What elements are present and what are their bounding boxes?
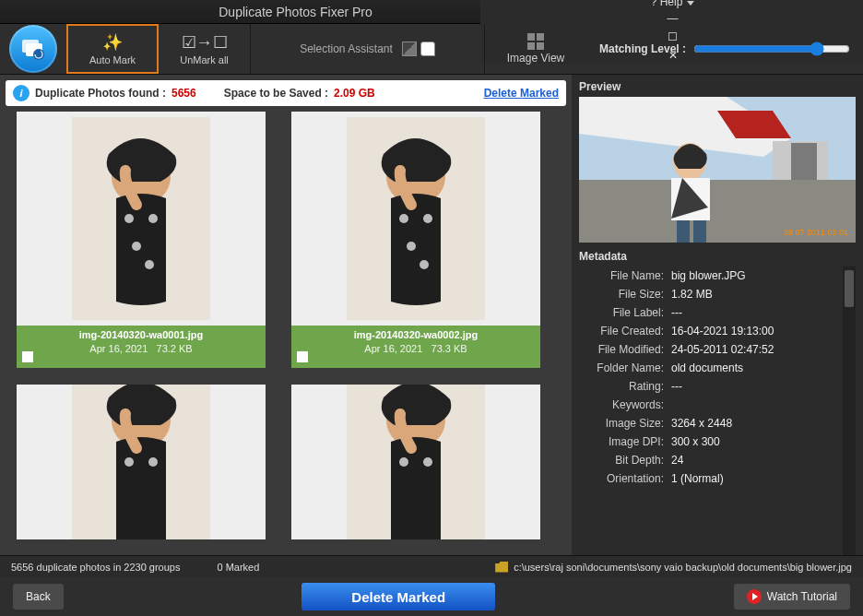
toolbar: ✨ Auto Mark ☑→☐ UnMark all Selection Ass… [0,24,863,75]
preview-pane: Preview 28 07 2011 02 01 Metadata File N… [572,75,863,555]
thumbnail-image [17,385,266,539]
svg-point-22 [148,457,158,467]
auto-mark-button[interactable]: ✨ Auto Mark [66,24,159,74]
metadata-key: File Modified: [579,343,671,356]
unmark-icon: ☑→☐ [182,32,228,53]
svg-point-27 [423,457,432,467]
metadata-list: File Name:big blower.JPGFile Size:1.82 M… [579,267,856,555]
metadata-row: Keywords: [579,396,856,414]
dup-count-value: 5656 [171,87,196,100]
metadata-row: Rating:--- [579,377,856,396]
thumbnail-image [291,112,540,326]
matching-level-control: Matching Level : [586,24,863,74]
metadata-value: 3264 x 2448 [671,417,732,430]
metadata-key: Rating: [579,380,671,393]
thumbnail-card[interactable] [17,385,266,539]
metadata-row: File Name:big blower.JPG [579,267,856,285]
thumbnail-card[interactable]: img-20140320-wa0002.jpg Apr 16, 2021 73.… [291,112,540,368]
space-value: 2.09 GB [334,87,375,100]
metadata-value: 1 (Normal) [671,472,724,485]
metadata-row: Orientation:1 (Normal) [579,469,856,488]
delete-marked-button[interactable]: Delete Marked [301,583,495,610]
svg-point-17 [420,260,429,269]
metadata-row: File Size:1.82 MB [579,285,856,303]
selection-assistant-button[interactable]: Selection Assistant [251,24,485,74]
metadata-key: Image DPI: [579,435,671,448]
svg-rect-33 [791,143,817,180]
logo-icon [9,25,57,73]
metadata-key: File Label: [579,306,671,319]
dup-count-label: Duplicate Photos found : [35,87,166,100]
thumbnail-checkbox[interactable] [22,351,33,362]
metadata-key: File Name: [579,269,671,282]
wand-icon: ✨ [102,32,123,53]
app-logo [0,24,66,74]
metadata-row: File Modified:24-05-2011 02:47:52 [579,340,856,359]
play-icon [747,589,762,604]
metadata-row: Bit Depth:24 [579,451,856,469]
metadata-row: File Created:16-04-2021 19:13:00 [579,322,856,340]
metadata-key: Orientation: [579,472,671,485]
thumbnail-filename: img-20140320-wa0002.jpg [291,329,540,340]
thumbnail-image [291,385,540,539]
thumbnail-card[interactable]: img-20140320-wa0001.jpg Apr 16, 2021 73.… [17,112,266,368]
svg-rect-3 [37,50,41,53]
thumbnail-filename: img-20140320-wa0001.jpg [17,329,266,340]
svg-point-26 [399,457,408,467]
matching-level-label: Matching Level : [599,42,686,55]
metadata-key: Folder Name: [579,361,671,374]
metadata-value: --- [671,306,682,319]
folder-icon [495,562,508,573]
metadata-value: 24 [671,454,683,467]
metadata-value: 24-05-2011 02:47:52 [671,343,774,356]
image-view-button[interactable]: Image View [485,24,586,74]
thumbnail-image [17,112,266,326]
thumbnail-checkbox[interactable] [297,351,308,362]
svg-point-9 [132,242,141,251]
metadata-key: Image Size: [579,417,671,430]
svg-point-8 [148,214,158,223]
back-button[interactable]: Back [13,584,64,610]
results-pane: i Duplicate Photos found : 5656 Space to… [0,75,572,555]
metadata-heading: Metadata [579,250,856,263]
metadata-value: --- [671,380,682,393]
metadata-scrollbar[interactable] [843,267,856,555]
preview-heading: Preview [579,80,856,93]
help-menu[interactable]: ? Help [647,0,699,8]
app-title: Duplicate Photos Fixer Pro [0,5,480,19]
svg-point-10 [145,260,154,269]
status-bar: 5656 duplicate photos in 2230 groups 0 M… [0,555,863,577]
metadata-value: old documents [671,361,743,374]
info-bar: i Duplicate Photos found : 5656 Space to… [6,80,566,106]
space-label: Space to be Saved : [224,87,328,100]
metadata-key: File Created: [579,325,671,338]
metadata-row: Folder Name:old documents [579,359,856,377]
preview-image: 28 07 2011 02 01 [579,97,856,243]
status-marked: 0 Marked [217,562,259,573]
delete-marked-link[interactable]: Delete Marked [484,87,559,100]
svg-point-7 [124,214,134,223]
metadata-row: Image Size:3264 x 2448 [579,414,856,432]
matching-level-slider[interactable] [693,41,850,56]
metadata-value: 300 x 300 [671,435,720,448]
metadata-key: File Size: [579,288,671,301]
watch-tutorial-button[interactable]: Watch Tutorial [734,584,850,610]
svg-point-16 [407,242,416,251]
thumbnail-card[interactable] [291,385,540,539]
status-path: c:\users\raj soni\documents\sony vaio ba… [495,562,852,573]
svg-point-14 [399,214,408,223]
metadata-row: File Label:--- [579,303,856,322]
tools-icon [402,41,435,56]
title-bar: Duplicate Photos Fixer Pro Settings ? He… [0,0,863,24]
metadata-key: Bit Depth: [579,454,671,467]
svg-point-21 [124,457,134,467]
metadata-value: 16-04-2021 19:13:00 [671,325,774,338]
unmark-all-button[interactable]: ☑→☐ UnMark all [159,24,251,74]
status-summary: 5656 duplicate photos in 2230 groups [11,562,180,573]
thumbnail-grid[interactable]: img-20140320-wa0001.jpg Apr 16, 2021 73.… [0,112,572,555]
metadata-row: Image DPI:300 x 300 [579,432,856,451]
svg-text:28 07 2011 02 01: 28 07 2011 02 01 [784,228,848,237]
svg-point-15 [423,214,432,223]
info-icon: i [13,85,30,101]
grid-icon [527,33,544,50]
